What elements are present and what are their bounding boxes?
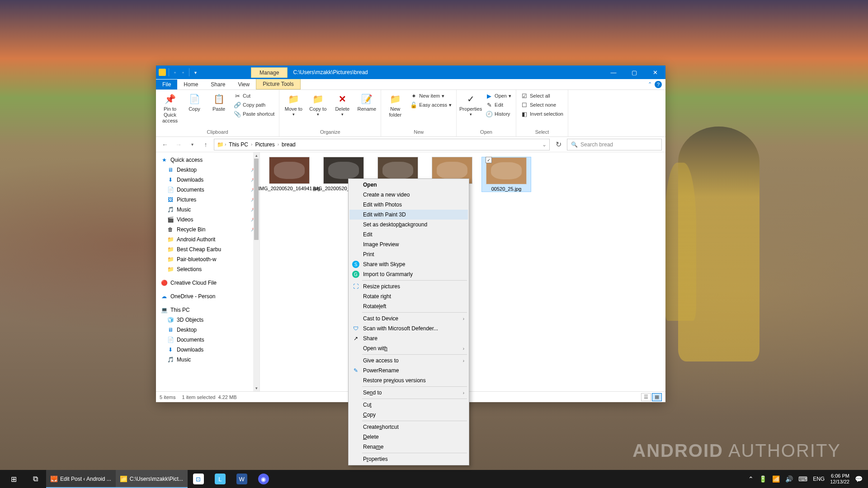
sidebar-item[interactable]: 📁Pair-bluetooth-w <box>156 254 259 264</box>
cm-grammarly[interactable]: GImport to Grammarly <box>349 269 468 279</box>
breadcrumb-seg[interactable]: Pictures <box>253 141 276 149</box>
taskbar-app[interactable]: ⊡ <box>188 470 209 488</box>
details-view-button[interactable]: ☰ <box>641 393 651 401</box>
copy-path-button[interactable]: 🔗Copy path <box>232 101 276 109</box>
taskbar-firefox[interactable]: 🦊Edit Post ‹ Android ... <box>46 470 116 488</box>
history-button[interactable]: 🕘History <box>484 110 513 118</box>
task-view-button[interactable]: ⧉ <box>24 470 46 488</box>
breadcrumb-seg[interactable]: bread <box>280 141 297 149</box>
cm-edit[interactable]: Edit <box>349 230 468 239</box>
sidebar-item-pictures[interactable]: 🖼Pictures📍 <box>156 195 259 205</box>
taskbar-word[interactable]: W <box>231 470 253 488</box>
edit-button[interactable]: ✎Edit <box>484 101 513 109</box>
cm-open[interactable]: Open <box>349 180 468 190</box>
cm-resize[interactable]: ⛶Resize pictures <box>349 282 468 291</box>
cm-cast[interactable]: Cast to Device› <box>349 314 468 324</box>
sidebar-item-music[interactable]: 🎵Music📍 <box>156 205 259 215</box>
minimize-button[interactable]: — <box>603 66 624 79</box>
refresh-button[interactable]: ↻ <box>552 139 564 150</box>
sidebar-item-downloads[interactable]: ⬇Downloads📍 <box>156 175 259 185</box>
recent-dropdown[interactable]: ▾ <box>187 139 198 150</box>
file-item[interactable]: IMG_20200520_164941.jpg <box>264 157 314 192</box>
cm-image-preview[interactable]: Image Preview <box>349 239 468 249</box>
sidebar-item-documents2[interactable]: 📄Documents <box>156 335 259 345</box>
cm-properties[interactable]: Properties <box>349 454 468 464</box>
volume-icon[interactable]: 🔊 <box>785 475 793 483</box>
titlebar[interactable]: ▫ ▫ ▾ Manage C:\Users\mzakk\Pictures\bre… <box>156 66 665 79</box>
battery-icon[interactable]: 🔋 <box>759 475 767 483</box>
cm-rotate-left[interactable]: Rotate left <box>349 301 468 311</box>
clock[interactable]: 6:06 PM 12/13/22 <box>830 473 849 485</box>
sidebar-item[interactable]: 📁Selections <box>156 264 259 274</box>
cm-new-video[interactable]: Create a new video <box>349 190 468 200</box>
action-center-icon[interactable]: 💬 <box>855 475 863 483</box>
up-button[interactable]: ↑ <box>200 139 211 150</box>
new-item-button[interactable]: ✦New item ▾ <box>408 92 453 100</box>
keyboard-icon[interactable]: ⌨ <box>798 475 807 483</box>
scroll-down[interactable]: ▾ <box>253 385 259 391</box>
cm-rename[interactable]: Rename <box>349 442 468 452</box>
sidebar-item[interactable]: 📁Best Cheap Earbu <box>156 244 259 254</box>
breadcrumb-seg[interactable]: This PC <box>227 141 250 149</box>
cm-edit-photos[interactable]: Edit with Photos <box>349 200 468 210</box>
sidebar-item-desktop2[interactable]: 🖥Desktop <box>156 325 259 335</box>
cm-send-to[interactable]: Send to› <box>349 388 468 398</box>
sidebar-quick-access[interactable]: ★Quick access <box>156 155 259 165</box>
maximize-button[interactable]: ▢ <box>624 66 645 79</box>
cm-skype[interactable]: SShare with Skype <box>349 259 468 269</box>
qat-item[interactable]: ▫ <box>180 69 186 75</box>
cm-rotate-right[interactable]: Rotate right <box>349 291 468 301</box>
scroll-up[interactable]: ▴ <box>253 152 259 159</box>
tab-file[interactable]: File <box>156 80 177 89</box>
invert-selection-button[interactable]: ◧Invert selection <box>519 110 565 118</box>
paste-shortcut-button[interactable]: 📎Paste shortcut <box>232 110 276 118</box>
cm-delete[interactable]: Delete <box>349 432 468 442</box>
cm-create-shortcut[interactable]: Create shortcut <box>349 422 468 432</box>
rename-button[interactable]: 📝Rename <box>355 92 378 129</box>
manage-tab[interactable]: Manage <box>251 67 288 78</box>
cm-defender[interactable]: 🛡Scan with Microsoft Defender... <box>349 324 468 333</box>
sidebar-item-music2[interactable]: 🎵Music <box>156 355 259 365</box>
tab-picture-tools[interactable]: Picture Tools <box>256 79 300 89</box>
sidebar-item-documents[interactable]: 📄Documents📍 <box>156 185 259 195</box>
cut-button[interactable]: ✂Cut <box>232 92 276 100</box>
sidebar-item-3d[interactable]: 🧊3D Objects <box>156 315 259 325</box>
taskbar-app[interactable]: L <box>209 470 231 488</box>
breadcrumb-dropdown[interactable]: ⌄ <box>542 141 547 148</box>
sidebar-item-downloads2[interactable]: ⬇Downloads <box>156 345 259 355</box>
file-item-selected[interactable]: ✓ 00520_25.jpg <box>481 157 531 192</box>
sidebar-item-videos[interactable]: 🎬Videos📍 <box>156 215 259 225</box>
cm-print[interactable]: Print <box>349 249 468 259</box>
select-none-button[interactable]: ☐Select none <box>519 101 565 109</box>
cm-share[interactable]: ↗Share <box>349 333 468 343</box>
select-all-button[interactable]: ☑Select all <box>519 92 565 100</box>
tab-share[interactable]: Share <box>204 80 231 89</box>
easy-access-button[interactable]: 🔓Easy access ▾ <box>408 101 453 109</box>
tray-chevron-icon[interactable]: ⌃ <box>748 475 754 483</box>
open-button[interactable]: ▶Open ▾ <box>484 92 513 100</box>
copy-to-button[interactable]: 📁Copy to▾ <box>307 92 329 129</box>
cm-copy[interactable]: Copy <box>349 410 468 420</box>
sidebar-item[interactable]: 📁Android Authorit <box>156 235 259 244</box>
start-button[interactable]: ⊞ <box>3 470 24 488</box>
copy-button[interactable]: 📄Copy <box>183 92 206 129</box>
ribbon-collapse-icon[interactable]: ⌃ <box>648 81 652 87</box>
back-button[interactable]: ← <box>160 139 170 150</box>
breadcrumb[interactable]: 📁 › This PC › Pictures › bread ⌄ <box>214 139 550 150</box>
properties-button[interactable]: ✓Properties▾ <box>459 92 482 129</box>
sidebar-onedrive[interactable]: ☁OneDrive - Person <box>156 291 259 301</box>
taskbar-explorer[interactable]: 📁C:\Users\mzakk\Pict... <box>116 470 188 488</box>
sidebar-this-pc[interactable]: 💻This PC <box>156 305 259 315</box>
tab-view[interactable]: View <box>231 80 256 89</box>
help-icon[interactable]: ? <box>655 81 662 88</box>
sidebar-creative-cloud[interactable]: 🔴Creative Cloud File <box>156 278 259 288</box>
taskbar-discord[interactable]: ◉ <box>253 470 274 488</box>
forward-button[interactable]: → <box>173 139 184 150</box>
wifi-icon[interactable]: 📶 <box>772 475 780 483</box>
cm-edit-paint3d[interactable]: Edit with Paint 3D <box>349 210 468 220</box>
cm-cut[interactable]: Cut <box>349 400 468 410</box>
delete-button[interactable]: ✕Delete▾ <box>331 92 354 129</box>
move-to-button[interactable]: 📁Move to▾ <box>282 92 305 129</box>
thumbnails-view-button[interactable]: ▦ <box>652 393 662 401</box>
pin-quick-access-button[interactable]: 📌Pin to Quick access <box>159 92 181 129</box>
